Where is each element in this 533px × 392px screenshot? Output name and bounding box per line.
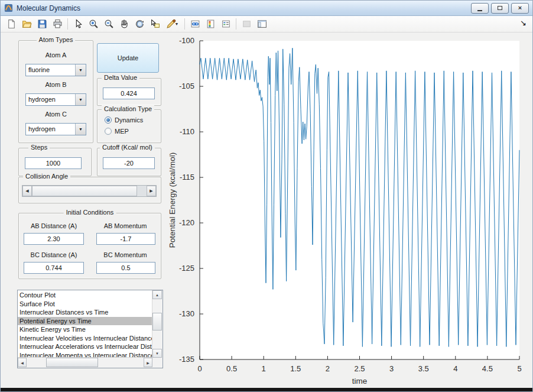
delta-value-group: Delta Value 0.424	[97, 78, 161, 106]
list-item[interactable]: Internuclear Distances vs Time	[18, 308, 152, 317]
horizontal-scroll-thumb[interactable]	[46, 358, 98, 367]
atom-a-dropdown[interactable]: fluorine ▼	[25, 64, 86, 76]
titlebar[interactable]: Molecular Dynamics ×	[1, 1, 532, 16]
x-axis-tick-label: 0	[197, 364, 202, 373]
scrollbar-corner	[152, 358, 162, 368]
close-button[interactable]: ×	[511, 3, 529, 14]
bc-momentum-field[interactable]: 0.5	[96, 262, 155, 274]
pointer-icon[interactable]	[71, 17, 85, 31]
atom-a-value: fluorine	[26, 64, 75, 76]
minimize-button[interactable]	[471, 3, 489, 14]
slider-track[interactable]	[137, 186, 147, 196]
initial-conditions-group-title: Initial Conditions	[64, 209, 116, 216]
data-cursor-icon[interactable]	[148, 17, 162, 31]
y-axis-tick-label: -100	[179, 36, 194, 45]
rotate-3d-icon[interactable]	[132, 17, 147, 31]
ab-momentum-label: AB Momentum	[92, 222, 158, 229]
ab-distance-label: AB Distance (A)	[19, 222, 89, 229]
plot-background	[200, 41, 519, 359]
dropdown-arrow-icon[interactable]: ▼	[75, 64, 86, 76]
zoom-out-icon[interactable]	[102, 17, 116, 31]
cutoff-group-title: Cutoff (Kcal/ mol)	[100, 144, 155, 151]
scroll-left-icon[interactable]: ◀	[18, 358, 27, 367]
insert-colorbar-icon[interactable]	[203, 17, 217, 31]
scroll-right-icon[interactable]: ▶	[144, 358, 152, 367]
collision-angle-group-title: Collision Angle	[23, 173, 70, 180]
atom-a-label: Atom A	[19, 51, 93, 59]
atom-types-group: Atom Types Atom A fluorine ▼ Atom B hydr…	[18, 40, 93, 143]
slider-left-arrow-icon[interactable]: ◀	[22, 186, 32, 196]
atom-types-group-title: Atom Types	[37, 36, 76, 43]
atom-c-label: Atom C	[19, 111, 93, 118]
radio-selected-icon	[105, 116, 112, 124]
mep-radio-label: MEP	[115, 128, 129, 135]
list-item[interactable]: Internuclear Accelerations vs Internucle…	[18, 342, 152, 351]
update-button[interactable]: Update	[97, 43, 159, 73]
x-axis-tick-label: 5	[517, 364, 521, 373]
maximize-button[interactable]	[491, 3, 509, 14]
delta-value-group-title: Delta Value	[102, 74, 139, 81]
ab-distance-field[interactable]: 2.30	[24, 233, 84, 245]
x-axis-tick-label: 2	[326, 364, 330, 373]
bc-momentum-label: BC Momentum	[92, 251, 158, 258]
slider-thumb[interactable]	[32, 186, 137, 196]
cutoff-group: Cutoff (Kcal/ mol) -20	[97, 148, 161, 176]
y-axis-tick-label: -105	[179, 82, 194, 90]
vertical-scrollbar[interactable]: ▲ ▼	[152, 290, 162, 358]
list-item[interactable]: Kinetic Energy vs Time	[18, 325, 152, 334]
collision-angle-slider[interactable]: ◀ ▶	[22, 185, 157, 197]
steps-field[interactable]: 1000	[25, 157, 82, 169]
cutoff-field[interactable]: -20	[103, 157, 155, 169]
insert-legend-icon[interactable]	[219, 17, 233, 31]
toolbar-separator	[236, 18, 236, 30]
zoom-in-icon[interactable]	[86, 17, 100, 31]
slider-right-arrow-icon[interactable]: ▶	[147, 186, 156, 196]
bc-distance-label: BC Distance (A)	[19, 251, 89, 258]
window-bottom-edge	[1, 388, 532, 391]
x-axis-tick-label: 3.5	[418, 364, 429, 373]
ab-momentum-field[interactable]: -1.7	[96, 233, 155, 245]
mep-radio[interactable]: MEP	[105, 128, 129, 135]
scroll-up-icon[interactable]: ▲	[152, 290, 162, 299]
print-icon[interactable]	[50, 17, 64, 31]
plot-type-list: Contour Plot Surface Plot Internuclear D…	[18, 291, 152, 358]
delta-value-field[interactable]: 0.424	[103, 88, 155, 99]
scroll-down-icon[interactable]: ▼	[152, 349, 162, 358]
show-plot-tools-icon[interactable]	[255, 17, 269, 31]
atom-b-value: hydrogen	[26, 94, 75, 105]
dock-figure-arrow-icon[interactable]: ↘	[520, 19, 526, 27]
calculation-type-group: Calculation Type Dynamics MEP	[97, 109, 161, 143]
dropdown-arrow-icon[interactable]: ▼	[75, 124, 86, 135]
dynamics-radio[interactable]: Dynamics	[105, 116, 143, 124]
save-icon[interactable]	[35, 17, 49, 31]
close-icon: ×	[518, 5, 522, 11]
y-axis-tick-label: -135	[179, 355, 194, 364]
dropdown-arrow-icon[interactable]: ▼	[75, 94, 86, 105]
vertical-scroll-thumb[interactable]	[152, 313, 162, 331]
link-plot-icon[interactable]	[188, 17, 202, 31]
open-folder-icon[interactable]	[20, 17, 34, 31]
y-axis-tick-label: -125	[179, 264, 194, 273]
window-title: Molecular Dynamics	[17, 4, 469, 12]
atom-c-value: hydrogen	[26, 124, 75, 135]
x-axis-label: time	[352, 377, 368, 385]
list-item[interactable]: Surface Plot	[18, 300, 152, 309]
new-file-icon[interactable]	[4, 17, 18, 31]
atom-c-dropdown[interactable]: hydrogen ▼	[25, 123, 86, 135]
atom-b-dropdown[interactable]: hydrogen ▼	[25, 93, 86, 106]
initial-conditions-group: Initial Conditions AB Distance (A) AB Mo…	[18, 213, 161, 279]
y-axis-tick-label: -130	[179, 309, 194, 318]
brush-icon[interactable]: ▼	[163, 17, 181, 31]
potential-energy-chart: 00.511.522.533.544.55-135-130-125-120-11…	[166, 33, 533, 392]
list-item-selected[interactable]: Potential Energy vs Time	[18, 317, 152, 326]
list-item[interactable]: Internuclear Velocities vs Internuclear …	[18, 334, 152, 343]
dynamics-radio-label: Dynamics	[115, 116, 143, 124]
y-axis-label: Potential Energy (kcal/mol)	[168, 153, 177, 248]
horizontal-scrollbar[interactable]: ◀ ▶	[18, 357, 152, 368]
hide-plot-tools-icon[interactable]	[239, 17, 254, 31]
list-item[interactable]: Contour Plot	[18, 291, 152, 300]
bc-distance-field[interactable]: 0.744	[24, 262, 84, 274]
brush-dropdown-arrow-icon[interactable]: ▼	[175, 22, 179, 26]
pan-icon[interactable]	[117, 17, 131, 31]
toolbar-separator	[67, 18, 68, 30]
